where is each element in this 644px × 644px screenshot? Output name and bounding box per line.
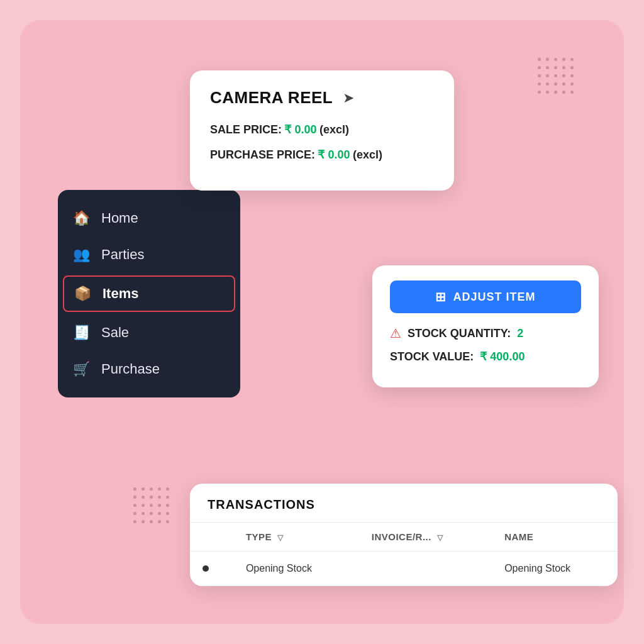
parties-icon: 👥 <box>73 247 90 263</box>
stock-value-row: STOCK VALUE: ₹ 400.00 <box>390 350 581 364</box>
home-icon: 🏠 <box>73 210 90 226</box>
warning-icon: ⚠ <box>390 326 401 341</box>
sidebar-item-parties-label: Parties <box>101 247 144 263</box>
purchase-icon: 🛒 <box>73 361 90 377</box>
row-dot-cell <box>190 552 233 586</box>
row-type: Opening Stock <box>233 552 359 586</box>
invoice-filter-icon[interactable]: ▽ <box>437 533 443 542</box>
sidebar-item-items[interactable]: 📦 Items <box>63 275 235 312</box>
stock-quantity-row: ⚠ STOCK QUANTITY: 2 <box>390 326 581 341</box>
sale-price-suffix: (excl) <box>319 123 349 136</box>
adjust-item-card: ⊞ ADJUST ITEM ⚠ STOCK QUANTITY: 2 STOCK … <box>372 265 599 387</box>
dots-decoration-bottom <box>133 487 169 523</box>
stock-quantity-value: 2 <box>517 327 523 340</box>
adjust-icon: ⊞ <box>435 289 447 304</box>
stock-quantity-label: STOCK QUANTITY: <box>408 327 511 340</box>
sale-price-row: SALE PRICE: ₹ 0.00 (excl) <box>210 123 434 136</box>
col-dot <box>190 523 233 552</box>
purchase-price-suffix: (excl) <box>353 148 382 161</box>
purchase-price-row: PURCHASE PRICE: ₹ 0.00 (excl) <box>210 148 434 162</box>
row-invoice <box>359 552 492 586</box>
table-row: Opening Stock Opening Stock <box>190 552 618 586</box>
adjust-item-button-label: ADJUST ITEM <box>453 291 535 304</box>
sidebar-item-sale-label: Sale <box>101 325 129 341</box>
sidebar-item-purchase[interactable]: 🛒 Purchase <box>58 351 240 387</box>
stock-value-value: ₹ 400.00 <box>480 350 525 364</box>
sidebar-item-items-label: Items <box>103 286 138 302</box>
sale-price-value: ₹ 0.00 <box>284 123 316 136</box>
transactions-header: TRANSACTIONS <box>190 484 618 522</box>
camera-reel-title-row: CAMERA REEL ➤ <box>210 88 434 108</box>
purchase-price-value: ₹ 0.00 <box>318 148 350 161</box>
sidebar-item-sale[interactable]: 🧾 Sale <box>58 314 240 351</box>
transactions-card: TRANSACTIONS TYPE ▽ INVOICE/R... ▽ NAME <box>190 484 618 586</box>
stock-value-label: STOCK VALUE: <box>390 350 474 364</box>
sidebar-item-home[interactable]: 🏠 Home <box>58 200 240 236</box>
row-dot-indicator <box>203 565 209 572</box>
col-type: TYPE ▽ <box>233 523 359 552</box>
adjust-item-button[interactable]: ⊞ ADJUST ITEM <box>390 280 581 313</box>
col-invoice: INVOICE/R... ▽ <box>359 523 492 552</box>
col-name: NAME <box>492 523 618 552</box>
sidebar-item-home-label: Home <box>101 210 138 226</box>
type-filter-icon[interactable]: ▽ <box>277 533 284 542</box>
row-name: Opening Stock <box>492 552 618 586</box>
sale-price-label: SALE PRICE: <box>210 123 282 136</box>
share-icon[interactable]: ➤ <box>343 90 354 106</box>
sidebar: 🏠 Home 👥 Parties 📦 Items 🧾 Sale 🛒 Purcha… <box>58 190 240 397</box>
camera-reel-title: CAMERA REEL <box>210 88 333 108</box>
sidebar-item-purchase-label: Purchase <box>101 361 160 377</box>
sale-icon: 🧾 <box>73 325 90 341</box>
dots-decoration-top <box>538 58 574 94</box>
items-icon: 📦 <box>74 286 91 302</box>
sidebar-item-parties[interactable]: 👥 Parties <box>58 236 240 273</box>
transactions-table: TYPE ▽ INVOICE/R... ▽ NAME Opening Stock… <box>190 522 618 586</box>
camera-reel-card: CAMERA REEL ➤ SALE PRICE: ₹ 0.00 (excl) … <box>190 70 454 191</box>
table-header-row: TYPE ▽ INVOICE/R... ▽ NAME <box>190 523 618 552</box>
main-container: 🏠 Home 👥 Parties 📦 Items 🧾 Sale 🛒 Purcha… <box>20 20 624 624</box>
purchase-price-label: PURCHASE PRICE: <box>210 148 315 161</box>
